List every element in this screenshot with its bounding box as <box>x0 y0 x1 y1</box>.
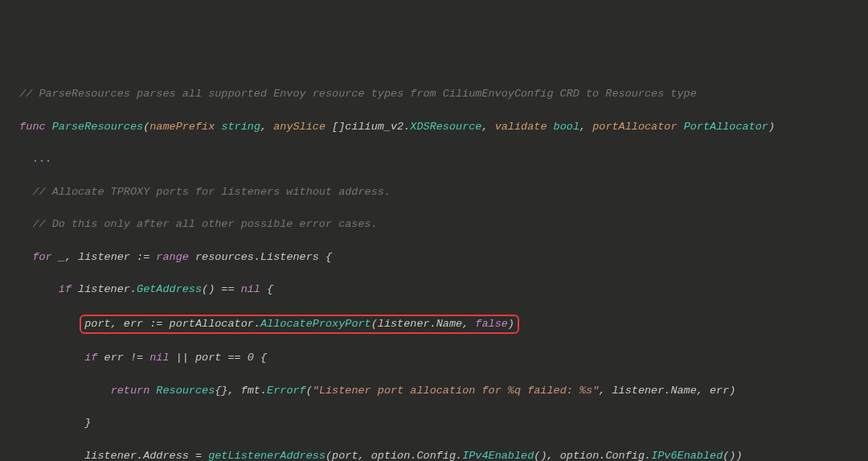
code-line: return Resources{}, fmt.Errorf("Listener… <box>6 383 868 399</box>
code-line: for _, listener := range resources.Liste… <box>6 249 868 265</box>
code-line: // Allocate TPROXY ports for listeners w… <box>6 184 868 200</box>
code-line: if listener.GetAddress() == nil { <box>6 282 868 298</box>
code-line: func ParseResources(namePrefix string, a… <box>6 119 868 135</box>
code-line: listener.Address = getListenerAddress(po… <box>6 448 868 461</box>
code-line: ... <box>6 151 868 167</box>
comment: // ParseResources parses all supported E… <box>19 88 697 100</box>
code-line: if err != nil || port == 0 { <box>6 350 868 366</box>
comment: // Allocate TPROXY ports for listeners w… <box>32 186 391 198</box>
code-line: // Do this only after all other possible… <box>6 216 868 233</box>
highlight-box: port, err := portAllocator.AllocateProxy… <box>80 315 519 334</box>
func-name: ParseResources <box>52 121 143 133</box>
comment: // Do this only after all other possible… <box>32 218 377 230</box>
code-editor: // ParseResources parses all supported E… <box>6 70 868 461</box>
code-line: } <box>6 415 868 431</box>
code-line: // ParseResources parses all supported E… <box>6 86 868 102</box>
code-line: port, err := portAllocator.AllocateProxy… <box>6 315 868 334</box>
